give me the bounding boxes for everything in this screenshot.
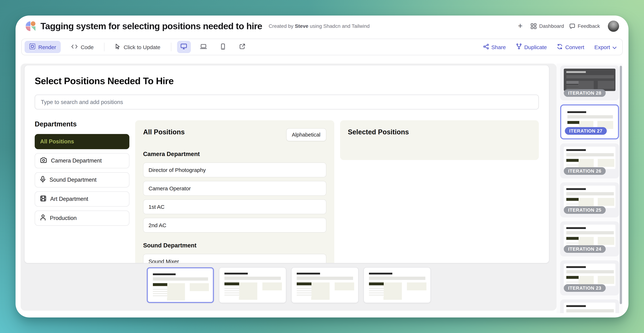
department-button-production[interactable]: Production [35, 211, 130, 226]
selected-positions-heading: Selected Positions [348, 128, 531, 136]
dashboard-button[interactable]: Dashboard [530, 23, 564, 29]
iteration-card-26[interactable]: ITERATION 26 [560, 143, 619, 178]
cursor-icon [115, 43, 121, 50]
iteration-card-25[interactable]: ITERATION 25 [560, 182, 619, 217]
iteration-card-27-selected[interactable]: ITERATION 27 [560, 104, 619, 139]
phone-icon [221, 43, 225, 51]
created-by-prefix: Created by [269, 23, 294, 29]
position-item[interactable]: Sound Mixer [143, 254, 326, 263]
logo-shape-blue [26, 21, 30, 26]
department-label: Production [50, 215, 76, 221]
department-button-camera[interactable]: Camera Department [35, 153, 130, 168]
iteration-thumbnail [564, 303, 616, 313]
iteration-card-24[interactable]: ITERATION 24 [560, 221, 619, 256]
group-heading-sound: Sound Department [143, 242, 326, 249]
filmstrip-thumbnail[interactable] [219, 267, 286, 303]
duplicate-label: Duplicate [524, 44, 547, 50]
iteration-label: ITERATION 23 [564, 284, 606, 292]
click-to-update-button[interactable]: Click to Update [110, 41, 165, 53]
share-button[interactable]: Share [483, 43, 506, 50]
feedback-button[interactable]: Feedback [569, 23, 600, 29]
iteration-thumbnail [564, 69, 616, 91]
department-button-sound[interactable]: Sound Department [35, 172, 130, 187]
film-icon [40, 195, 46, 203]
convert-icon [557, 43, 563, 50]
magic-patterns-logo [26, 21, 36, 31]
all-positions-header: All Positions Alphabetical [143, 128, 326, 141]
monitor-icon [180, 43, 188, 50]
avatar[interactable] [608, 20, 619, 32]
filmstrip-thumbnail[interactable] [291, 267, 358, 303]
duplicate-button[interactable]: Duplicate [516, 43, 547, 50]
iteration-label: ITERATION 24 [564, 245, 606, 253]
position-item[interactable]: Camera Operator [143, 181, 326, 196]
share-icon [483, 43, 489, 50]
logo-shape-pink [26, 26, 30, 31]
department-label: All Positions [40, 138, 74, 145]
iteration-card-partial[interactable] [560, 300, 619, 313]
mini-preview [222, 270, 283, 300]
group-heading-camera: Camera Department [143, 151, 326, 157]
iteration-filmstrip [146, 267, 430, 303]
microphone-icon [40, 176, 46, 184]
desktop-view-button[interactable] [177, 41, 191, 53]
department-label: Art Department [50, 196, 88, 202]
iteration-thumbnail [564, 147, 616, 169]
share-label: Share [491, 44, 506, 50]
mini-preview [294, 270, 356, 300]
selected-positions-panel: Selected Positions [340, 120, 539, 160]
toolbar-divider [104, 43, 104, 51]
position-search-input[interactable] [35, 95, 539, 109]
sidebar-scrollbar[interactable] [620, 66, 622, 304]
open-preview-button[interactable] [236, 41, 249, 53]
page-title: Tagging system for selecting positions n… [40, 21, 262, 31]
all-positions-heading: All Positions [143, 128, 185, 136]
iteration-card-28[interactable]: ITERATION 28 [560, 65, 619, 100]
code-tab[interactable]: Code [66, 41, 98, 53]
app-columns: Departments All Positions [35, 120, 539, 263]
toolbar-left-group: Render Code [24, 41, 249, 53]
filmstrip-thumbnail[interactable] [364, 267, 430, 303]
logo-shape-orange [31, 21, 36, 26]
filmstrip-thumbnail-selected[interactable] [146, 267, 214, 303]
dashboard-grid-icon [530, 23, 537, 29]
app-heading: Select Positions Needed To Hire [35, 75, 539, 87]
author-name: Steve [295, 23, 308, 29]
sort-alphabetical-button[interactable]: Alphabetical [286, 128, 326, 141]
toolbar: Render Code [21, 39, 623, 55]
all-positions-panel: All Positions Alphabetical Camera Depart… [135, 120, 334, 263]
departments-column: Departments All Positions [35, 120, 130, 230]
app-preview-card: Select Positions Needed To Hire Departme… [24, 65, 549, 263]
render-icon [29, 43, 36, 50]
main-content: Select Positions Needed To Hire Departme… [20, 63, 623, 313]
export-button[interactable]: Export [594, 44, 616, 50]
camera-icon [40, 157, 47, 165]
position-item[interactable]: 2nd AC [143, 218, 326, 233]
department-button-art[interactable]: Art Department [35, 191, 130, 207]
iterations-sidebar: ITERATION 28 ITERATION 27 ITERATION 26 I… [556, 63, 623, 313]
convert-button[interactable]: Convert [557, 43, 584, 50]
fork-icon [516, 43, 522, 50]
mini-preview [366, 270, 428, 300]
position-item[interactable]: 1st AC [143, 199, 326, 214]
departments-heading: Departments [35, 120, 130, 128]
iteration-label: ITERATION 26 [564, 167, 606, 175]
laptop-icon [200, 43, 207, 50]
render-tab[interactable]: Render [24, 41, 61, 53]
mobile-view-button[interactable] [216, 41, 230, 53]
iteration-label: ITERATION 25 [564, 206, 606, 214]
code-label: Code [80, 44, 94, 50]
click-to-update-label: Click to Update [124, 44, 160, 50]
new-project-button[interactable]: + [518, 22, 522, 30]
laptop-view-button[interactable] [196, 41, 210, 53]
dashboard-label: Dashboard [539, 23, 564, 29]
created-by-suffix: using Shadcn and Tailwind [310, 23, 370, 29]
chevron-down-icon [612, 44, 616, 50]
iteration-card-23[interactable]: ITERATION 23 [560, 260, 619, 296]
position-item[interactable]: Director of Photography [143, 163, 326, 177]
page-background: Tagging system for selecting positions n… [0, 0, 644, 333]
logo-shape-green [31, 26, 36, 31]
department-button-all-positions[interactable]: All Positions [35, 134, 130, 149]
export-label: Export [594, 44, 610, 50]
created-by: Created by Steve using Shadcn and Tailwi… [269, 23, 370, 29]
